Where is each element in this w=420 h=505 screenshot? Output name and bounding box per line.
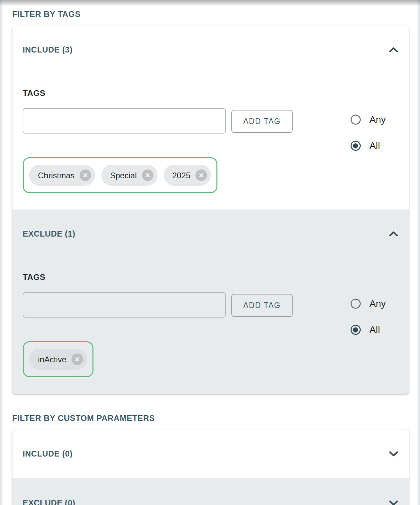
tags-exclude-match-all-radio[interactable]: All xyxy=(351,324,386,335)
radio-selected-icon xyxy=(351,325,361,335)
tags-include-match-all-label: All xyxy=(370,140,380,151)
remove-tag-icon[interactable]: ✕ xyxy=(195,169,207,181)
tags-include-input[interactable] xyxy=(23,108,226,134)
tags-filter-card: INCLUDE (3) TAGS ADD TAG Any All xyxy=(12,25,409,394)
tags-include-add-tag-button[interactable]: ADD TAG xyxy=(231,110,293,133)
custom-parameters-filter-card: INCLUDE (0) EXCLUDE (0) xyxy=(12,429,409,505)
tag-pill: inActive ✕ xyxy=(29,349,87,370)
tags-include-match-mode: Any All xyxy=(351,108,386,151)
radio-selected-icon xyxy=(351,141,361,151)
tags-include-controls: ADD TAG Any All xyxy=(23,108,399,151)
radio-unselected-icon xyxy=(351,115,361,125)
tag-pill-label: Christmas xyxy=(38,171,75,180)
tags-exclude-section-body: TAGS ADD TAG Any All inActive xyxy=(13,258,409,393)
tags-include-tag-collection: Christmas ✕ Special ✕ 2025 ✕ xyxy=(23,157,217,193)
radio-unselected-icon xyxy=(351,299,361,309)
tags-include-match-any-radio[interactable]: Any xyxy=(351,114,386,125)
filter-by-custom-parameters-heading: FILTER BY CUSTOM PARAMETERS xyxy=(12,413,409,423)
tags-exclude-match-all-label: All xyxy=(370,324,380,335)
tags-exclude-section-title: EXCLUDE (1) xyxy=(23,229,75,239)
tags-exclude-label: TAGS xyxy=(23,273,399,281)
filters-panel: FILTER BY TAGS INCLUDE (3) TAGS ADD TAG … xyxy=(0,0,420,505)
chevron-up-icon[interactable] xyxy=(389,47,398,53)
tags-include-section-title: INCLUDE (3) xyxy=(23,45,72,55)
tag-pill: 2025 ✕ xyxy=(164,165,211,186)
custom-params-exclude-section-title: EXCLUDE (0) xyxy=(23,498,75,505)
chevron-down-icon[interactable] xyxy=(389,500,398,505)
tag-pill-label: Special xyxy=(110,171,137,180)
tags-include-match-all-radio[interactable]: All xyxy=(351,140,386,151)
tags-exclude-input[interactable] xyxy=(23,292,226,318)
page-left-edge xyxy=(0,0,2,505)
tags-exclude-controls: ADD TAG Any All xyxy=(23,292,399,335)
chevron-up-icon[interactable] xyxy=(389,231,398,237)
tags-exclude-add-tag-button[interactable]: ADD TAG xyxy=(231,294,293,317)
tag-pill: Special ✕ xyxy=(101,165,158,186)
tags-include-section-body: TAGS ADD TAG Any All Christmas xyxy=(13,74,409,209)
custom-params-exclude-section-header[interactable]: EXCLUDE (0) xyxy=(13,478,409,505)
tag-pill-label: 2025 xyxy=(172,171,190,180)
filter-by-tags-heading: FILTER BY TAGS xyxy=(12,9,409,19)
page-right-edge xyxy=(418,0,420,505)
tag-pill: Christmas ✕ xyxy=(29,165,95,186)
tags-include-section-header[interactable]: INCLUDE (3) xyxy=(13,25,409,74)
custom-params-include-section-header[interactable]: INCLUDE (0) xyxy=(13,429,409,478)
tags-exclude-tag-collection: inActive ✕ xyxy=(23,341,93,377)
tags-exclude-match-any-radio[interactable]: Any xyxy=(351,298,386,309)
tag-pill-label: inActive xyxy=(38,355,66,364)
tags-exclude-match-mode: Any All xyxy=(351,292,386,335)
chevron-down-icon[interactable] xyxy=(389,451,398,457)
remove-tag-icon[interactable]: ✕ xyxy=(80,169,91,181)
tags-exclude-section-header[interactable]: EXCLUDE (1) xyxy=(13,209,409,258)
remove-tag-icon[interactable]: ✕ xyxy=(142,169,153,181)
remove-tag-icon[interactable]: ✕ xyxy=(71,354,83,365)
tags-include-label: TAGS xyxy=(23,89,399,97)
top-scroll-shadow xyxy=(0,0,420,6)
custom-params-include-section-title: INCLUDE (0) xyxy=(23,449,72,459)
tags-include-match-any-label: Any xyxy=(370,114,386,125)
tags-exclude-match-any-label: Any xyxy=(370,298,386,309)
